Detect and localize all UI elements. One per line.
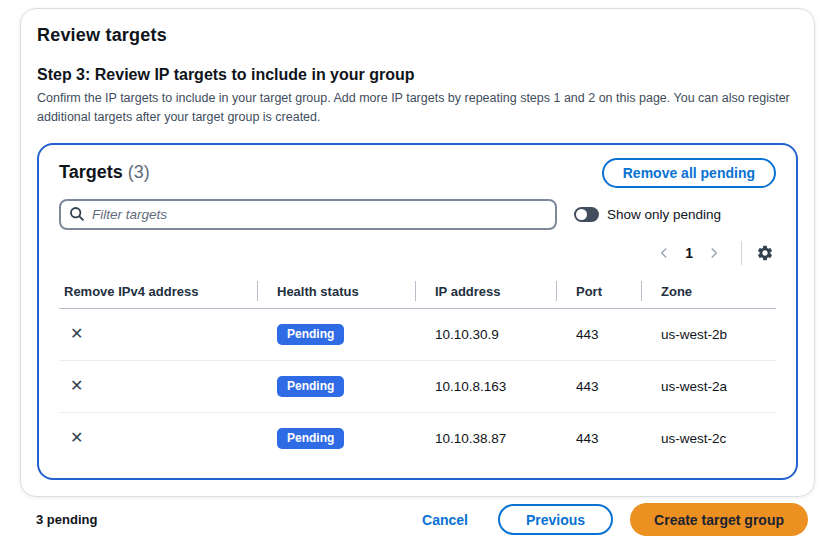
page-title: Review targets xyxy=(37,25,798,46)
column-header-zone[interactable]: Zone xyxy=(641,275,776,309)
filter-targets-input[interactable] xyxy=(92,207,547,222)
ip-address-cell: 10.10.8.163 xyxy=(415,360,556,412)
wizard-footer: 3 pending Cancel Previous Create target … xyxy=(36,503,808,536)
port-cell: 443 xyxy=(556,308,641,360)
port-cell: 443 xyxy=(556,412,641,464)
toggle-label: Show only pending xyxy=(607,207,721,222)
remove-target-button[interactable]: ✕ xyxy=(68,430,85,446)
zone-cell: us-west-2b xyxy=(641,308,776,360)
table-header-row: Remove IPv4 address Health status IP add… xyxy=(59,275,776,309)
chevron-right-icon xyxy=(707,246,721,260)
remove-target-button[interactable]: ✕ xyxy=(68,326,85,342)
show-only-pending-toggle[interactable]: Show only pending xyxy=(574,207,721,222)
status-badge: Pending xyxy=(277,324,344,345)
chevron-left-icon xyxy=(657,246,671,260)
toggle-knob xyxy=(576,209,587,220)
table-row: ✕ Pending 10.10.30.9 443 us-west-2b xyxy=(59,308,776,360)
review-targets-card: Review targets Step 3: Review IP targets… xyxy=(20,8,815,497)
table-row: ✕ Pending 10.10.8.163 443 us-west-2a xyxy=(59,360,776,412)
ip-address-cell: 10.10.38.87 xyxy=(415,412,556,464)
column-divider xyxy=(257,281,258,301)
table-row: ✕ Pending 10.10.38.87 443 us-west-2c xyxy=(59,412,776,464)
step-description: Confirm the IP targets to include in you… xyxy=(37,89,798,128)
search-icon xyxy=(69,206,85,222)
remove-target-button[interactable]: ✕ xyxy=(68,378,85,394)
gear-icon xyxy=(756,244,774,262)
previous-button[interactable]: Previous xyxy=(498,504,613,535)
column-divider xyxy=(641,281,642,301)
cancel-button[interactable]: Cancel xyxy=(416,508,474,532)
filter-row: Show only pending xyxy=(59,199,776,230)
ip-address-cell: 10.10.30.9 xyxy=(415,308,556,360)
footer-actions: Cancel Previous Create target group xyxy=(416,503,808,536)
pending-summary: 3 pending xyxy=(36,512,97,527)
column-header-health-status[interactable]: Health status xyxy=(257,275,415,309)
column-header-ip-address[interactable]: IP address xyxy=(415,275,556,309)
next-page-button[interactable] xyxy=(701,244,727,262)
targets-panel-header: Targets (3) Remove all pending xyxy=(59,158,776,188)
targets-table: Remove IPv4 address Health status IP add… xyxy=(59,275,776,464)
targets-panel: Targets (3) Remove all pending Show only… xyxy=(37,143,798,480)
remove-all-pending-button[interactable]: Remove all pending xyxy=(602,158,776,188)
zone-cell: us-west-2a xyxy=(641,360,776,412)
current-page-number: 1 xyxy=(685,245,693,261)
status-badge: Pending xyxy=(277,428,344,449)
pagination-divider xyxy=(741,241,742,265)
status-badge: Pending xyxy=(277,376,344,397)
column-header-remove[interactable]: Remove IPv4 address xyxy=(59,275,257,309)
pagination-row: 1 xyxy=(59,239,776,267)
create-target-group-button[interactable]: Create target group xyxy=(630,503,808,536)
column-divider xyxy=(556,281,557,301)
previous-page-button[interactable] xyxy=(651,244,677,262)
targets-panel-title: Targets (3) xyxy=(59,162,150,183)
table-settings-button[interactable] xyxy=(754,242,776,264)
zone-cell: us-west-2c xyxy=(641,412,776,464)
toggle-track[interactable] xyxy=(574,207,599,222)
targets-title-text: Targets xyxy=(59,162,123,182)
targets-count: (3) xyxy=(128,162,150,182)
step-heading: Step 3: Review IP targets to include in … xyxy=(37,66,798,84)
filter-targets-box[interactable] xyxy=(59,199,557,230)
column-header-port[interactable]: Port xyxy=(556,275,641,309)
column-divider xyxy=(415,281,416,301)
port-cell: 443 xyxy=(556,360,641,412)
